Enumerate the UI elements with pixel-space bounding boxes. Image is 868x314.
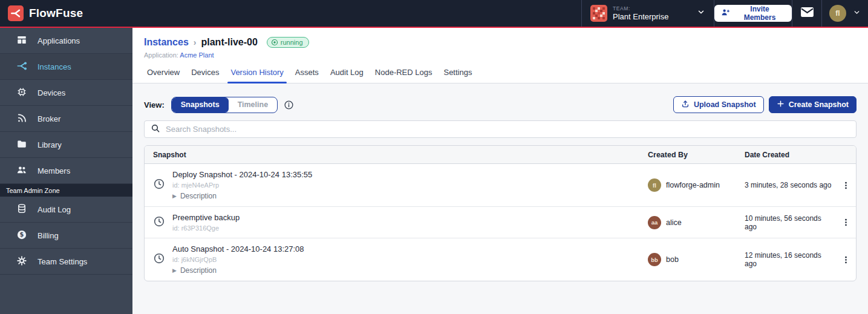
- brand-name: FlowFuse: [29, 7, 83, 20]
- tab-settings[interactable]: Settings: [440, 68, 475, 83]
- team-avatar: [590, 5, 607, 22]
- sidebar-item-applications[interactable]: Applications: [0, 28, 132, 54]
- column-header-date-created: Date Created: [745, 151, 835, 159]
- snapshot-toolbar: View: Snapshots Timeline Upload Snapshot: [144, 96, 857, 113]
- sidebar: Applications Instances Devices Broker Li…: [0, 28, 132, 314]
- clock-icon: [153, 252, 165, 267]
- toggle-snapshots[interactable]: Snapshots: [172, 97, 229, 113]
- avatar: aa: [648, 216, 661, 229]
- notifications-button[interactable]: [792, 0, 821, 27]
- snapshot-id: id: mjeN4eAPrp: [172, 182, 312, 189]
- user-menu[interactable]: fl: [822, 0, 868, 27]
- folder-icon: [16, 139, 27, 151]
- chevron-down-icon: [853, 8, 861, 19]
- search-icon: [151, 123, 160, 136]
- view-toggle: Snapshots Timeline: [171, 97, 278, 113]
- sidebar-item-label: Applications: [38, 36, 80, 45]
- team-name: Plant Enterprise: [613, 12, 697, 21]
- team-selector[interactable]: TEAM: Plant Enterprise: [582, 0, 714, 27]
- tab-overview[interactable]: Overview: [144, 68, 183, 83]
- database-icon: [16, 203, 27, 216]
- create-snapshot-button[interactable]: Create Snapshot: [769, 96, 857, 113]
- date-created: 10 minutes, 56 seconds ago: [745, 214, 835, 231]
- tab-devices[interactable]: Devices: [188, 68, 222, 83]
- creator-name: bob: [666, 255, 679, 264]
- user-plus-icon: [721, 8, 730, 19]
- sidebar-item-label: Instances: [38, 62, 71, 71]
- upload-snapshot-button[interactable]: Upload Snapshot: [673, 96, 764, 113]
- table-row[interactable]: Preemptive backup id: r63P316Qge aa alic…: [145, 207, 856, 238]
- tab-bar: Overview Devices Version History Assets …: [144, 68, 857, 83]
- row-menu-button[interactable]: [839, 253, 853, 267]
- search-input[interactable]: [166, 125, 850, 134]
- brand-logo[interactable]: FlowFuse: [0, 5, 83, 21]
- sidebar-item-members[interactable]: Members: [0, 158, 132, 184]
- sidebar-filler: [0, 275, 132, 314]
- sidebar-item-team-settings[interactable]: Team Settings: [0, 249, 132, 275]
- snapshot-title: Auto Snapshot - 2024-10-24 13:27:08: [172, 244, 304, 253]
- sidebar-item-audit-log[interactable]: Audit Log: [0, 197, 132, 223]
- clock-icon: [153, 178, 165, 192]
- sidebar-item-label: Library: [38, 140, 62, 149]
- tab-node-red-logs[interactable]: Node-RED Logs: [372, 68, 436, 83]
- top-navbar: FlowFuse TEAM: Plant Enterprise Invite M…: [0, 0, 868, 28]
- avatar: bb: [648, 253, 661, 266]
- search-snapshots: [144, 120, 857, 138]
- sidebar-item-label: Devices: [38, 88, 65, 97]
- toggle-timeline[interactable]: Timeline: [229, 97, 277, 113]
- sidebar-item-label: Billing: [38, 231, 59, 240]
- avatar: fl: [648, 178, 661, 192]
- sidebar-item-label: Team Settings: [38, 257, 87, 266]
- sidebar-item-library[interactable]: Library: [0, 132, 132, 158]
- tab-assets[interactable]: Assets: [292, 68, 322, 83]
- description-toggle[interactable]: ▶ Description: [172, 266, 304, 275]
- plus-icon: [777, 100, 785, 110]
- sidebar-item-label: Members: [38, 166, 70, 175]
- info-icon[interactable]: [284, 100, 294, 110]
- main-content: Instances › plant-live-00 running Applic…: [132, 28, 868, 314]
- tab-audit-log[interactable]: Audit Log: [327, 68, 367, 83]
- snapshot-id: id: j6kNGjrQpB: [172, 256, 304, 263]
- users-icon: [16, 165, 27, 177]
- snapshot-id: id: r63P316Qge: [172, 224, 240, 232]
- sidebar-item-billing[interactable]: $ Billing: [0, 223, 132, 249]
- breadcrumb-instances-link[interactable]: Instances: [144, 37, 189, 48]
- status-badge-label: running: [281, 39, 303, 46]
- status-badge: running: [267, 37, 309, 48]
- user-avatar: fl: [829, 5, 846, 22]
- column-header-snapshot: Snapshot: [145, 151, 648, 159]
- breadcrumb-separator: ›: [194, 38, 197, 47]
- page-header: Instances › plant-live-00 running Applic…: [132, 28, 868, 83]
- table-row[interactable]: Auto Snapshot - 2024-10-24 13:27:08 id: …: [145, 238, 856, 281]
- envelope-icon: [800, 7, 814, 20]
- sidebar-item-devices[interactable]: Devices: [0, 80, 132, 106]
- table-header: Snapshot Created By Date Created: [145, 146, 856, 164]
- view-label: View:: [144, 100, 165, 110]
- row-menu-button[interactable]: [839, 215, 853, 229]
- row-menu-button[interactable]: [839, 178, 853, 192]
- rss-icon: [16, 113, 27, 125]
- sidebar-item-broker[interactable]: Broker: [0, 106, 132, 132]
- description-label: Description: [180, 192, 217, 200]
- flowfuse-logo-icon: [8, 5, 24, 21]
- table-row[interactable]: Deploy Snapshot - 2024-10-24 13:35:55 id…: [145, 164, 856, 207]
- application-link[interactable]: Acme Plant: [180, 51, 214, 59]
- snapshot-title: Deploy Snapshot - 2024-10-24 13:35:55: [172, 170, 312, 179]
- snapshot-title: Preemptive backup: [172, 213, 240, 222]
- clock-icon: [153, 215, 165, 230]
- description-toggle[interactable]: ▶ Description: [172, 192, 312, 200]
- svg-text:$: $: [20, 231, 24, 238]
- tab-version-history[interactable]: Version History: [227, 68, 286, 83]
- invite-members-label: Invite Members: [734, 5, 785, 22]
- chip-icon: [16, 87, 27, 99]
- sidebar-item-label: Audit Log: [38, 205, 71, 214]
- gear-icon: [16, 255, 27, 268]
- create-snapshot-label: Create Snapshot: [789, 100, 849, 109]
- chevron-down-icon: [697, 8, 705, 19]
- invite-members-button[interactable]: Invite Members: [714, 5, 792, 22]
- snapshots-table: Snapshot Created By Date Created Deploy …: [144, 145, 857, 281]
- breadcrumb: Instances › plant-live-00 running: [144, 37, 857, 48]
- column-header-created-by: Created By: [648, 151, 745, 159]
- sidebar-item-instances[interactable]: Instances: [0, 54, 132, 80]
- sidebar-item-label: Broker: [38, 114, 60, 123]
